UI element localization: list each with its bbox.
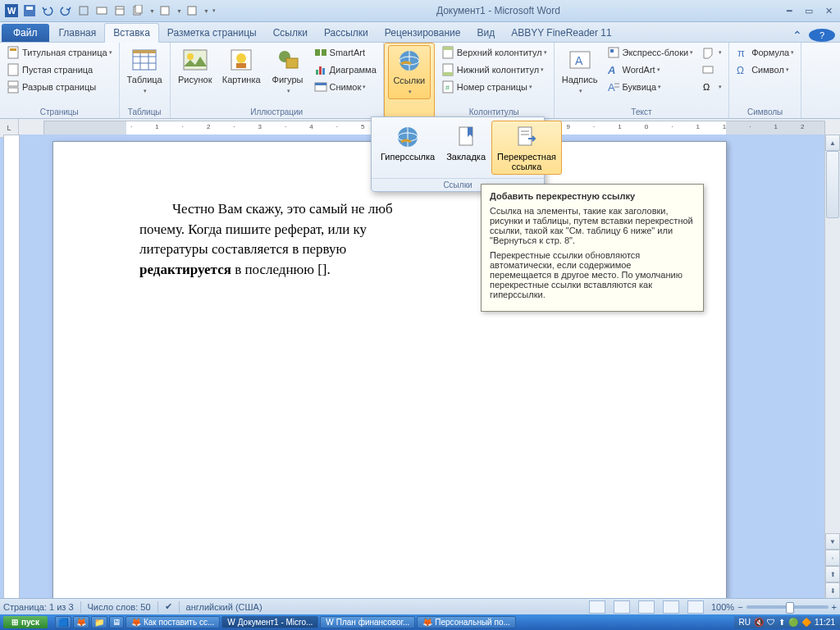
tray-icon[interactable]: ⬆ <box>778 618 785 627</box>
vertical-ruler[interactable] <box>3 135 20 599</box>
status-bar: Страница: 1 из 3 Число слов: 50 ✔ англий… <box>0 598 840 614</box>
tab-insert[interactable]: Вставка <box>104 23 159 43</box>
start-button[interactable]: ⊞пуск <box>3 616 48 628</box>
scroll-up-button[interactable]: ▲ <box>825 135 840 151</box>
bookmark-button[interactable]: Закладка <box>441 121 491 175</box>
minimize-ribbon-icon[interactable]: ⌃ <box>786 29 809 42</box>
scroll-down-button[interactable]: ▼ <box>825 533 840 550</box>
tray-icon[interactable]: 🔶 <box>801 618 811 627</box>
shapes-button[interactable]: Фигуры▾ <box>267 44 309 98</box>
qat-dropdown-icon[interactable]: ▼ <box>176 8 182 14</box>
qat-icon[interactable] <box>184 2 200 19</box>
qat-icon[interactable] <box>75 2 92 19</box>
browse-object-button[interactable]: ◦ <box>825 550 840 566</box>
screenshot-button[interactable]: Снимок▾ <box>311 79 380 95</box>
tab-view[interactable]: Вид <box>468 24 503 42</box>
redo-icon[interactable] <box>57 2 74 19</box>
svg-rect-54 <box>703 66 713 73</box>
word-icon[interactable]: W <box>3 2 20 19</box>
textbox-button[interactable]: AНадпись▾ <box>558 44 602 98</box>
proofing-icon[interactable]: ✔ <box>165 601 172 612</box>
help-icon[interactable]: ? <box>809 29 835 42</box>
zoom-thumb[interactable] <box>786 602 794 614</box>
group-pages: Титульная страница▾ Пустая страница Разр… <box>0 43 120 118</box>
clock[interactable]: 11:21 <box>815 618 835 627</box>
zoom-in-button[interactable]: + <box>832 602 837 612</box>
tab-review[interactable]: Рецензирование <box>377 24 469 42</box>
file-tab[interactable]: Файл <box>2 24 49 42</box>
header-button[interactable]: Верхний колонтитул▾ <box>438 44 550 61</box>
qat-icon[interactable] <box>112 2 128 19</box>
quicklaunch-icon[interactable]: 🟦 <box>55 616 71 628</box>
tray-icon[interactable]: 🛡 <box>767 618 775 627</box>
text-extra-button[interactable] <box>698 62 725 78</box>
qat-icon[interactable] <box>94 2 110 19</box>
text-extra-button[interactable]: ▾ <box>698 44 725 61</box>
crossref-button[interactable]: Перекрестная ссылка <box>491 121 562 175</box>
language-indicator[interactable]: RU <box>739 618 751 627</box>
maximize-button[interactable]: ▭ <box>801 4 817 17</box>
scroll-thumb[interactable] <box>826 151 839 218</box>
symbol-button[interactable]: ΩСимвол▾ <box>733 62 797 78</box>
status-page[interactable]: Страница: 1 из 3 <box>3 602 74 612</box>
close-button[interactable]: ✕ <box>820 4 837 17</box>
fullscreen-view[interactable] <box>614 600 630 614</box>
hyperlink-button[interactable]: Гиперссылка <box>375 121 441 175</box>
qat-icon[interactable] <box>130 2 146 19</box>
print-layout-view[interactable] <box>589 600 605 614</box>
tab-layout[interactable]: Разметка страницы <box>159 24 265 42</box>
tab-home[interactable]: Главная <box>51 24 105 42</box>
tray-icon[interactable]: 🔇 <box>754 618 764 627</box>
qat-dropdown-icon[interactable]: ▼ <box>149 8 155 14</box>
text: почему. Когда пишите реферат, или ку <box>139 221 367 237</box>
label: Нижний колонтитул <box>457 65 539 75</box>
dropcap-button[interactable]: AБуквица▾ <box>604 79 697 95</box>
page-break-button[interactable]: Разрыв страницы <box>3 79 116 95</box>
wordart-button[interactable]: AWordArt▾ <box>604 62 697 78</box>
equation-button[interactable]: πФормула▾ <box>733 44 797 61</box>
label: Закладка <box>446 152 486 162</box>
undo-icon[interactable] <box>39 2 56 19</box>
scroll-track[interactable] <box>825 151 840 533</box>
minimize-button[interactable]: ━ <box>781 4 797 17</box>
blank-page-button[interactable]: Пустая страница <box>3 62 116 78</box>
web-view[interactable] <box>638 600 655 614</box>
zoom-slider[interactable] <box>746 605 829 609</box>
zoom-level[interactable]: 100% <box>711 602 734 612</box>
status-language[interactable]: английский (США) <box>186 602 262 612</box>
vertical-scrollbar[interactable]: ▲ ▼ ◦ ⬆ ⬇ <box>824 135 840 599</box>
save-icon[interactable] <box>21 2 38 19</box>
qat-icon[interactable] <box>157 2 173 19</box>
links-button[interactable]: Ссылки▾ <box>388 45 431 99</box>
clipart-button[interactable]: Картинка <box>218 44 265 87</box>
draft-view[interactable] <box>687 600 704 614</box>
outline-view[interactable] <box>663 600 679 614</box>
status-words[interactable]: Число слов: 50 <box>88 602 151 612</box>
task-button[interactable]: 🦊 Как поставить сс... <box>126 616 220 628</box>
prev-page-button[interactable]: ⬆ <box>825 566 840 582</box>
footer-button[interactable]: Нижний колонтитул▾ <box>438 62 550 78</box>
text-extra-button[interactable]: Ω▾ <box>698 79 725 95</box>
task-button[interactable]: W План финансовог... <box>320 616 415 628</box>
task-button[interactable]: 🦊 Персональный по... <box>417 616 516 628</box>
group-label: Страницы <box>3 107 116 118</box>
next-page-button[interactable]: ⬇ <box>825 582 840 599</box>
tray-icon[interactable]: 🟢 <box>788 618 798 627</box>
tab-references[interactable]: Ссылки <box>265 24 316 42</box>
picture-button[interactable]: Рисунок <box>174 44 217 87</box>
quicklaunch-icon[interactable]: 🦊 <box>73 616 89 628</box>
quicklaunch-icon[interactable]: 📁 <box>91 616 107 628</box>
chart-button[interactable]: Диаграмма <box>311 62 380 78</box>
label: Формула <box>751 48 789 57</box>
qat-dropdown-icon[interactable]: ▼ <box>203 8 209 14</box>
page-number-button[interactable]: #Номер страницы▾ <box>438 79 550 95</box>
tab-abbyy[interactable]: ABBYY FineReader 11 <box>503 24 620 42</box>
tab-mailings[interactable]: Рассылки <box>316 24 377 42</box>
task-button[interactable]: W Документ1 - Micro... <box>221 616 318 628</box>
table-button[interactable]: Таблица▾ <box>123 44 167 98</box>
zoom-out-button[interactable]: − <box>737 602 742 612</box>
quickparts-button[interactable]: Экспресс-блоки▾ <box>604 44 697 61</box>
title-page-button[interactable]: Титульная страница▾ <box>3 44 116 61</box>
smartart-button[interactable]: SmartArt <box>311 44 380 61</box>
quicklaunch-icon[interactable]: 🖥 <box>109 616 124 628</box>
